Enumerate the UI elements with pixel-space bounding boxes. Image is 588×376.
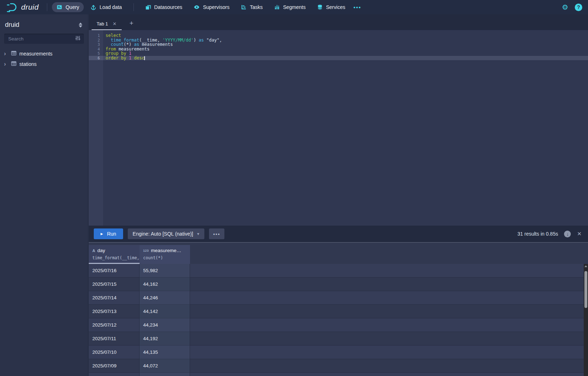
- column-expression: count(*): [143, 255, 190, 260]
- code-line: count(*) as measurements: [103, 42, 588, 47]
- line-number: 3: [89, 42, 103, 47]
- nav-item-label: Segments: [283, 4, 306, 10]
- query-more-button[interactable]: •••: [209, 228, 225, 239]
- brand-text: druid: [21, 3, 39, 11]
- vertical-scrollbar[interactable]: [584, 264, 588, 376]
- editor-gutter: 123456: [89, 30, 103, 226]
- query-tab-strip: Tab 1 ✕ +: [89, 14, 588, 30]
- measurements-cell[interactable]: 44,192: [140, 332, 190, 346]
- load-data-icon: [91, 4, 96, 10]
- query-icon: [57, 4, 62, 10]
- table-row: 2025/07/1655,982: [89, 264, 588, 278]
- nav-item-tasks[interactable]: Tasks: [236, 2, 267, 12]
- table-row: 2025/07/1544,162: [89, 278, 588, 291]
- search-input[interactable]: [8, 36, 75, 42]
- sidebar-title: druid: [5, 21, 19, 29]
- nav-item-query[interactable]: Query: [52, 2, 84, 12]
- editor-code: select time_format(__time, 'YYYY/MM/dd')…: [103, 30, 588, 226]
- number-type-icon: 123: [143, 249, 149, 252]
- tab-close-icon[interactable]: ✕: [113, 21, 117, 26]
- code-line: from measurements: [103, 47, 588, 52]
- tab-label: Tab 1: [97, 21, 108, 26]
- table-row: 2025/07/1444,246: [89, 291, 588, 305]
- column-expression: time_format(__time,…: [92, 255, 140, 260]
- settings-gear-icon[interactable]: ⚙: [562, 4, 568, 11]
- measurements-cell[interactable]: 55,982: [140, 264, 190, 278]
- table-row: 2025/07/0944,072: [89, 359, 588, 373]
- day-cell[interactable]: 2025/07/09: [89, 359, 140, 373]
- measurements-cell[interactable]: 44,246: [140, 291, 190, 305]
- day-cell[interactable]: 2025/07/13: [89, 305, 140, 318]
- sql-editor[interactable]: 123456 select time_format(__time, 'YYYY/…: [89, 30, 588, 226]
- nav-item-label: Services: [326, 4, 345, 10]
- engine-label: Engine: Auto [SQL (native)]: [133, 231, 193, 237]
- table-icon: [11, 51, 16, 57]
- day-cell[interactable]: 2025/07/15: [89, 278, 140, 291]
- close-results-icon[interactable]: ✕: [577, 231, 582, 237]
- table-row: 2025/07/1144,192: [89, 332, 588, 346]
- text-cursor: [144, 56, 145, 60]
- druid-logo[interactable]: druid: [6, 2, 39, 13]
- measurements-cell[interactable]: 44,162: [140, 278, 190, 291]
- code-line: order by 1 desc: [103, 56, 588, 61]
- day-cell[interactable]: 2025/07/10: [89, 346, 140, 359]
- nav-item-load-data[interactable]: Load data: [86, 2, 126, 12]
- table-row: 2025/07/1044,135: [89, 346, 588, 359]
- filter-sliders-icon[interactable]: [75, 35, 81, 42]
- nav-item-label: Query: [65, 4, 79, 10]
- help-icon[interactable]: ?: [575, 4, 582, 11]
- results-panel: A day time_format(__time,… 123 measureme…: [89, 242, 588, 376]
- nav-item-label: Supervisors: [203, 4, 229, 10]
- results-status-text: 31 results in 0.85s: [517, 231, 558, 237]
- caret-down-icon: ▾: [197, 231, 199, 236]
- search-box: [4, 34, 84, 44]
- schema-sidebar: druid ›measurements›stations: [0, 14, 88, 376]
- measurements-cell[interactable]: 44,072: [140, 359, 190, 373]
- code-line: group by 1: [103, 51, 588, 56]
- line-number: 5: [89, 51, 103, 56]
- chevron-right-icon[interactable]: ›: [4, 62, 8, 67]
- results-header: A day time_format(__time,… 123 measureme…: [89, 245, 588, 264]
- column-label: day: [97, 248, 105, 253]
- druid-logo-icon: [6, 2, 18, 13]
- run-button-label: Run: [107, 231, 116, 237]
- play-icon: ▶: [101, 232, 103, 236]
- download-results-icon[interactable]: ↓: [564, 231, 571, 237]
- measurements-cell[interactable]: 44,142: [140, 305, 190, 318]
- measurements-cell[interactable]: 44,135: [140, 346, 190, 359]
- tree-item-label: stations: [19, 61, 37, 67]
- line-number: 1: [89, 33, 103, 38]
- tab-tab1[interactable]: Tab 1 ✕: [92, 18, 122, 30]
- run-bar: ▶ Run Engine: Auto [SQL (native)] ▾ ••• …: [89, 226, 588, 242]
- nav-item-label: Load data: [99, 4, 122, 10]
- day-cell[interactable]: 2025/07/11: [89, 332, 140, 346]
- scrollbar-thumb[interactable]: [584, 271, 587, 308]
- run-button[interactable]: ▶ Run: [94, 228, 123, 239]
- navbar-more-button[interactable]: •••: [350, 4, 365, 10]
- nav-item-segments[interactable]: Segments: [269, 2, 310, 12]
- column-header-day[interactable]: A day time_format(__time,…: [89, 245, 140, 264]
- chevron-right-icon[interactable]: ›: [4, 51, 8, 56]
- table-icon: [11, 61, 16, 67]
- column-header-measurements[interactable]: 123 measureme… count(*): [140, 245, 190, 264]
- measurements-cell[interactable]: [140, 373, 190, 376]
- day-cell[interactable]: [89, 373, 140, 376]
- results-rows: 2025/07/1655,9822025/07/1544,1622025/07/…: [89, 264, 588, 376]
- nav-item-supervisors[interactable]: Supervisors: [189, 2, 234, 12]
- day-cell[interactable]: 2025/07/14: [89, 291, 140, 305]
- column-label: measureme…: [151, 248, 181, 253]
- day-cell[interactable]: 2025/07/16: [89, 264, 140, 278]
- string-type-icon: A: [92, 249, 95, 253]
- nav-item-services[interactable]: Services: [312, 2, 350, 12]
- code-line: time_format(__time, 'YYYY/MM/dd') as "da…: [103, 38, 588, 43]
- tree-item-measurements[interactable]: ›measurements: [0, 48, 88, 59]
- new-tab-button[interactable]: +: [127, 19, 136, 30]
- engine-select-button[interactable]: Engine: Auto [SQL (native)] ▾: [128, 228, 204, 239]
- line-number: 2: [89, 38, 103, 43]
- double-caret-sort-icon[interactable]: [79, 23, 82, 28]
- scroll-up-arrow-icon[interactable]: [584, 265, 587, 267]
- measurements-cell[interactable]: 44,234: [140, 318, 190, 332]
- day-cell[interactable]: 2025/07/12: [89, 318, 140, 332]
- tree-item-stations[interactable]: ›stations: [0, 59, 88, 69]
- nav-item-datasources[interactable]: Datasources: [141, 2, 187, 12]
